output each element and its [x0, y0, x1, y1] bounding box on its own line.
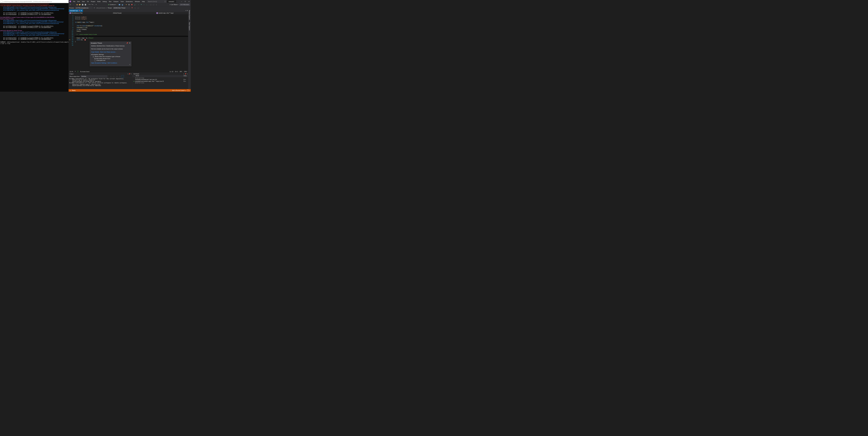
search-input[interactable]: Search (Ctrl+Q): [147, 0, 167, 3]
dropdown-icon[interactable]: ▾: [183, 73, 184, 74]
undo-icon[interactable]: ↶▾: [88, 4, 90, 6]
editor-statusbar: 111 % ▾ No issues found Ln: 13 Ch: 3 SPC…: [68, 70, 188, 72]
tab-dropdown-icon[interactable]: ▾: [185, 10, 186, 11]
callstack-row[interactable]: [External Code]: [132, 77, 188, 79]
menu-project[interactable]: Project: [90, 0, 96, 3]
zoom-level[interactable]: 111 %: [69, 71, 73, 72]
save-all-icon[interactable]: 💾: [84, 4, 87, 6]
main-toolbar: ⊝ → ▦ 📂 💾 💾 ↶▾ ↷▾ ▾ Continue ▾ ▮▮ ⬓ ➜: [68, 3, 191, 6]
step-icon[interactable]: ↓: [146, 4, 148, 6]
continue-button[interactable]: Continue ▾: [107, 4, 117, 6]
output-body[interactable]: RichNav Information: 0 : No workspace fo…: [68, 78, 132, 89]
thread-icon[interactable]: ⬚: [137, 7, 139, 9]
pin-icon[interactable]: 📌: [185, 73, 186, 74]
menu-help[interactable]: Help: [141, 0, 146, 3]
exception-popup[interactable]: Exception Thrown 📌 ✕ Address Sanitizer E…: [90, 41, 131, 66]
close-icon[interactable]: ✕: [131, 73, 132, 74]
close-tab-icon[interactable]: ✕: [81, 10, 82, 11]
new-item-icon[interactable]: ▦: [76, 4, 78, 6]
close-button[interactable]: ✕: [187, 0, 191, 3]
pin-icon[interactable]: 📌: [79, 10, 80, 11]
live-share-button[interactable]: ↗ Live Share ▾: [169, 4, 178, 5]
line-indicator[interactable]: Ln: 13: [169, 71, 173, 72]
process-dropdown[interactable]: [11744] example2.exe: [75, 7, 92, 9]
tool-icon-3[interactable]: ⋮: [155, 4, 157, 6]
menu-test[interactable]: Test: [108, 0, 112, 3]
process-refresh-icon[interactable]: ⟳: [93, 7, 95, 9]
nav-fwd-icon[interactable]: →: [72, 4, 74, 6]
break-all-icon[interactable]: ▮▮: [118, 4, 121, 6]
nav-scope[interactable]: (Global Scope): [112, 12, 156, 14]
output-tool-icon[interactable]: ⬚: [118, 75, 121, 77]
console-output: ========================================…: [0, 3, 68, 92]
output-header[interactable]: Output ▾📌✕: [68, 72, 132, 75]
close-icon[interactable]: ✕: [129, 42, 130, 44]
output-tool-icon[interactable]: ⬚: [116, 75, 118, 77]
config-dropdown-icon[interactable]: ▾: [95, 4, 97, 6]
menu-tools[interactable]: Tools: [120, 0, 125, 3]
spc-indicator[interactable]: SPC: [180, 71, 182, 72]
stop-icon[interactable]: ⬓: [121, 4, 124, 6]
document-tab[interactable]: example2.cpp 📌 ✕: [69, 9, 83, 12]
callstack-header[interactable]: Call Stack ▾📌✕: [132, 72, 188, 75]
search-icon: [164, 1, 166, 2]
col-indicator[interactable]: Ch: 3: [175, 71, 178, 72]
pause-icon[interactable]: [128, 4, 130, 6]
navigation-bar: Miscellaneous Files (Global Scope) main(…: [68, 12, 188, 14]
menu-analyze[interactable]: Analyze: [113, 0, 120, 3]
nav-project[interactable]: Miscellaneous Files: [68, 12, 112, 14]
stop-debug-icon[interactable]: [131, 4, 133, 6]
pin-icon[interactable]: 📌: [126, 42, 128, 44]
solution-explorer-tab[interactable]: Solution Explorer: [189, 10, 190, 20]
lifecycle-label[interactable]: Lifecycle Events: [96, 7, 105, 8]
edit-conditions-link[interactable]: Edit Conditions: [108, 62, 117, 63]
restart-icon[interactable]: [133, 4, 136, 6]
menu-build[interactable]: Build: [96, 0, 102, 3]
copy-details-link[interactable]: Copy Details: [91, 51, 99, 53]
callstack-row[interactable]: ➡example2.exe!main(int argc, char * * ar…: [132, 81, 188, 82]
output-tool-icon[interactable]: ⬚: [113, 75, 115, 77]
tab-add-icon[interactable]: ✚: [187, 10, 188, 11]
output-tool-icon[interactable]: ⬚: [110, 75, 112, 77]
step-over-icon[interactable]: ↷: [140, 4, 143, 6]
callstack-row[interactable]: [External Code]: [132, 82, 188, 84]
close-icon[interactable]: ✕: [187, 73, 188, 74]
show-next-icon[interactable]: ➜: [125, 4, 127, 6]
output-source-dropdown[interactable]: RichNav: [81, 75, 107, 77]
callstack-row[interactable]: example2.exe!free(void * ptr) Line 111C+…: [132, 79, 188, 80]
exception-settings-header[interactable]: Exception Settings: [92, 54, 104, 55]
pin-icon[interactable]: 📌: [129, 73, 130, 74]
console-titlebar[interactable]: C:\MSDN\cpp-docs-pr\docs\c-language\ASAN…: [0, 0, 68, 3]
step-out-icon[interactable]: ↑: [143, 4, 145, 6]
break-when-checkbox[interactable]: ✓: [93, 56, 94, 58]
stack-frame-icon[interactable]: ⬚: [134, 7, 136, 9]
dropdown-icon[interactable]: ▾: [128, 73, 128, 74]
minimize-button[interactable]: ─: [180, 0, 183, 3]
menu-file[interactable]: File: [72, 0, 76, 3]
menu-view[interactable]: View: [81, 0, 86, 3]
module-checkbox[interactable]: [94, 60, 96, 61]
save-icon[interactable]: 💾: [82, 4, 84, 6]
add-source-control[interactable]: Add to Source Control: [172, 90, 185, 91]
crlf-indicator[interactable]: CRLF: [184, 71, 187, 72]
menu-git[interactable]: Git: [86, 0, 90, 3]
tool-icon-2[interactable]: ⬚: [152, 4, 155, 6]
open-exception-settings-link[interactable]: Open Exception Settings: [91, 62, 106, 63]
start-live-share-link[interactable]: Start Live Share session...: [100, 51, 116, 53]
flag-icon[interactable]: ⚑: [131, 7, 133, 9]
step-into-icon[interactable]: →: [137, 4, 140, 6]
output-tool-icon[interactable]: ⬚: [122, 75, 124, 77]
menu-debug[interactable]: Debug: [102, 0, 108, 3]
menu-window[interactable]: Window: [134, 0, 141, 3]
team-explorer-tab[interactable]: Team Explorer: [189, 22, 190, 30]
thread-dropdown[interactable]: [32260] Main Thread: [113, 7, 130, 9]
nav-back-icon[interactable]: ⊝: [69, 4, 71, 6]
nav-function[interactable]: main(int argc, char ** argv): [156, 12, 188, 14]
redo-icon[interactable]: ↷▾: [91, 4, 93, 6]
open-icon[interactable]: 📂: [79, 4, 81, 6]
bell-icon[interactable]: [187, 90, 189, 91]
menu-edit[interactable]: Edit: [76, 0, 81, 3]
tool-icon-1[interactable]: ⬚: [150, 4, 152, 6]
maximize-button[interactable]: ☐: [183, 0, 187, 3]
menu-extensions[interactable]: Extensions: [125, 0, 134, 3]
